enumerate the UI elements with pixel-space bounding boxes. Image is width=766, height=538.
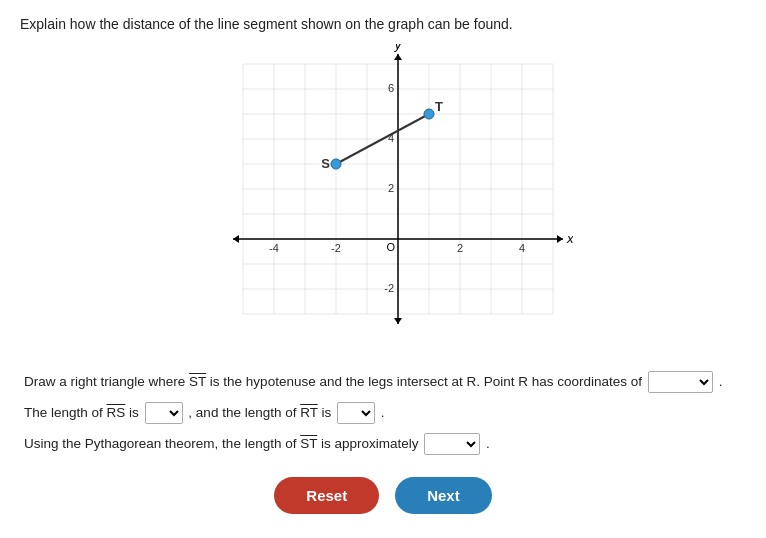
line2-is: is bbox=[129, 405, 143, 420]
line1-mid: is the hypotenuse and the legs intersect… bbox=[206, 374, 642, 389]
line3-post: is approximately bbox=[317, 436, 418, 451]
answer-line-2: The length of RS is 1 2 3 4 5 , and the … bbox=[24, 399, 742, 426]
next-button[interactable]: Next bbox=[395, 477, 492, 514]
line1-seg: ST bbox=[189, 374, 206, 389]
select-rs-length[interactable]: 1 2 3 4 5 bbox=[145, 402, 183, 424]
line2-seg1: RS bbox=[107, 405, 126, 420]
reset-button[interactable]: Reset bbox=[274, 477, 379, 514]
line1-pre: Draw a right triangle where bbox=[24, 374, 189, 389]
select-rt-length[interactable]: 1 2 3 4 5 bbox=[337, 402, 375, 424]
answer-line-1: Draw a right triangle where ST is the hy… bbox=[24, 368, 742, 395]
graph-wrapper bbox=[193, 44, 573, 354]
line2-post: is bbox=[321, 405, 331, 420]
answer-line-3: Using the Pythagorean theorem, the lengt… bbox=[24, 430, 742, 457]
answer-section: Draw a right triangle where ST is the hy… bbox=[20, 368, 746, 457]
graph-container bbox=[20, 44, 746, 354]
select-st-length[interactable]: 5.39 6.40 7.07 √29 √41 bbox=[424, 433, 480, 455]
coordinate-graph bbox=[193, 44, 573, 354]
line2-seg2: RT bbox=[300, 405, 318, 420]
select-r-coords[interactable]: (-1, 5) (2, 5) (-1, 3) (2, 3) bbox=[648, 371, 713, 393]
question-text: Explain how the distance of the line seg… bbox=[20, 16, 746, 32]
buttons-row: Reset Next bbox=[20, 477, 746, 514]
line3-seg: ST bbox=[300, 436, 317, 451]
line3-pre: Using the Pythagorean theorem, the lengt… bbox=[24, 436, 300, 451]
line2-pre: The length of bbox=[24, 405, 107, 420]
line2-mid: , and the length of bbox=[188, 405, 300, 420]
